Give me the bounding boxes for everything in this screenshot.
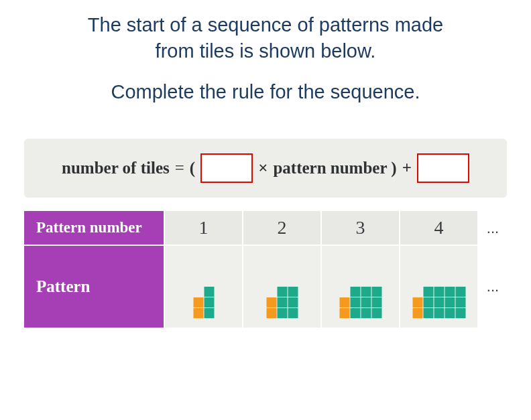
formula-mid: pattern number ) — [273, 159, 396, 178]
tile-orange — [339, 297, 349, 307]
tile-orange — [193, 297, 203, 307]
tile-green — [371, 308, 381, 318]
question-line-2: from tiles is shown below. — [156, 40, 376, 62]
tile-green — [288, 297, 298, 307]
pattern-cell-4 — [400, 246, 479, 328]
pattern-cell-3 — [322, 246, 400, 328]
tile-green — [361, 287, 371, 297]
tile-green — [350, 287, 360, 297]
tile-green — [204, 297, 214, 307]
tile-green — [361, 308, 371, 318]
tile-green — [204, 287, 214, 297]
tile-green — [434, 297, 444, 307]
tile-green — [423, 308, 433, 318]
tile-grid-1 — [193, 287, 214, 318]
tile-green — [445, 308, 455, 318]
tile-green — [361, 297, 371, 307]
tile-green — [350, 308, 360, 318]
tile-green — [445, 297, 455, 307]
question-line-3: Complete the rule for the sequence. — [111, 81, 420, 102]
formula-box: number of tiles = ( × pattern number ) + — [24, 139, 507, 198]
tile-green — [204, 308, 214, 318]
tile-green — [434, 287, 444, 297]
tile-green — [423, 297, 433, 307]
tile-orange — [412, 308, 422, 318]
tile-green — [288, 287, 298, 297]
header-label: Pattern number — [24, 211, 165, 246]
tile-orange — [339, 308, 349, 318]
tile-green — [455, 297, 465, 307]
tile-green — [455, 308, 465, 318]
tile-grid-2 — [266, 287, 298, 318]
tile-green — [277, 297, 287, 307]
tile-green — [371, 287, 381, 297]
plus-sign: + — [402, 159, 412, 178]
tile-grid-3 — [339, 287, 381, 318]
pattern-table: Pattern number 1 2 3 4 ... Pattern ... — [24, 211, 507, 328]
formula-lhs: number of tiles — [62, 159, 170, 178]
question-text: The start of a sequence of patterns made… — [0, 0, 531, 127]
tile-orange — [412, 297, 422, 307]
tile-green — [277, 287, 287, 297]
tile-orange — [266, 308, 276, 318]
tile-empty — [339, 287, 349, 297]
pattern-number-4: 4 — [400, 211, 479, 246]
table-pattern-row: Pattern ... — [24, 246, 507, 328]
tile-green — [277, 308, 287, 318]
tile-empty — [266, 287, 276, 297]
tile-green — [434, 308, 444, 318]
tile-empty — [193, 287, 203, 297]
pattern-number-3: 3 — [322, 211, 400, 246]
tile-green — [445, 287, 455, 297]
row-dots: ... — [479, 246, 507, 328]
tile-green — [288, 308, 298, 318]
open-paren: ( — [190, 159, 195, 178]
tile-green — [423, 287, 433, 297]
tile-green — [350, 297, 360, 307]
tile-green — [371, 297, 381, 307]
equals-sign: = — [175, 159, 184, 178]
blank-multiplier-input[interactable] — [200, 153, 253, 183]
header-dots: ... — [479, 211, 507, 246]
pattern-number-2: 2 — [243, 211, 322, 246]
table-header-row: Pattern number 1 2 3 4 ... — [24, 211, 507, 246]
tile-green — [455, 287, 465, 297]
pattern-cell-1 — [165, 246, 243, 328]
blank-constant-input[interactable] — [417, 153, 469, 183]
tile-orange — [266, 297, 276, 307]
pattern-cell-2 — [243, 246, 322, 328]
tile-grid-4 — [412, 287, 465, 318]
row-label: Pattern — [24, 246, 165, 328]
pattern-number-1: 1 — [165, 211, 243, 246]
times-sign: × — [258, 159, 268, 178]
tile-empty — [412, 287, 422, 297]
question-line-1: The start of a sequence of patterns made — [88, 14, 443, 36]
tile-orange — [193, 308, 203, 318]
